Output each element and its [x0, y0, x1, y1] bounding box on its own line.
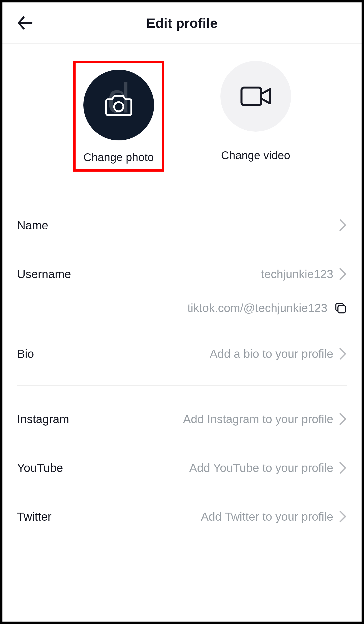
instagram-placeholder: Add Instagram to your profile [183, 413, 333, 426]
profile-fields: Name Username techjunkie123 [2, 201, 362, 298]
chevron-right-icon [339, 413, 347, 426]
social-links: Instagram Add Instagram to your profile … [2, 395, 362, 541]
profile-url-row: tiktok.com/@techjunkie123 [2, 298, 362, 329]
name-label: Name [17, 219, 48, 232]
username-row[interactable]: Username techjunkie123 [17, 250, 347, 298]
svg-rect-3 [338, 305, 345, 313]
change-photo-highlight: d Change photo [73, 61, 164, 172]
twitter-label: Twitter [17, 510, 52, 523]
bio-placeholder: Add a bio to your profile [210, 347, 333, 361]
back-button[interactable] [14, 12, 36, 34]
header: Edit profile [2, 2, 362, 44]
youtube-label: YouTube [17, 461, 63, 475]
change-photo-button[interactable]: d [83, 70, 154, 140]
bio-label: Bio [17, 347, 34, 361]
youtube-row[interactable]: YouTube Add YouTube to your profile [17, 443, 347, 492]
change-video-button[interactable] [220, 61, 291, 132]
page-title: Edit profile [146, 15, 217, 31]
profile-url: tiktok.com/@techjunkie123 [187, 301, 327, 315]
svg-point-1 [114, 102, 123, 111]
change-video-label: Change video [221, 149, 290, 162]
media-section: d Change photo Change video [2, 44, 362, 201]
copy-icon [334, 302, 347, 314]
twitter-placeholder: Add Twitter to your profile [201, 510, 333, 523]
svg-rect-2 [241, 87, 261, 105]
change-video-item: Change video [220, 61, 291, 172]
name-row[interactable]: Name [17, 201, 347, 250]
back-arrow-icon [17, 14, 34, 31]
chevron-right-icon [339, 347, 347, 360]
chevron-right-icon [339, 461, 347, 474]
youtube-placeholder: Add YouTube to your profile [189, 461, 333, 475]
username-label: Username [17, 267, 71, 281]
bio-row[interactable]: Bio Add a bio to your profile [17, 329, 347, 378]
edit-profile-screen: Edit profile d Change photo [0, 0, 364, 624]
camera-icon [105, 93, 132, 117]
username-value: techjunkie123 [261, 267, 333, 281]
chevron-right-icon [339, 510, 347, 523]
section-divider [17, 385, 347, 386]
video-icon [240, 84, 272, 108]
instagram-label: Instagram [17, 413, 69, 426]
instagram-row[interactable]: Instagram Add Instagram to your profile [17, 395, 347, 443]
copy-url-button[interactable] [334, 302, 347, 314]
change-photo-label: Change photo [83, 151, 154, 164]
twitter-row[interactable]: Twitter Add Twitter to your profile [17, 492, 347, 541]
change-photo-item: d Change photo [83, 70, 154, 164]
chevron-right-icon [339, 267, 347, 281]
chevron-right-icon [339, 219, 347, 232]
